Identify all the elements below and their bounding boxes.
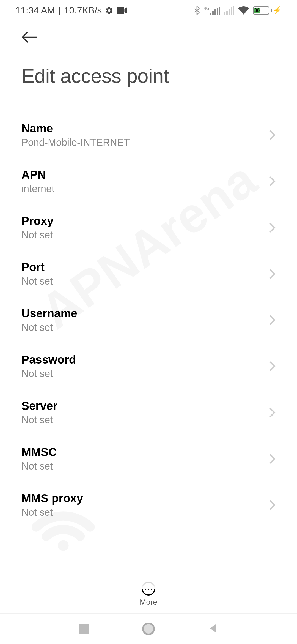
nav-bar: [0, 614, 297, 644]
signal-label-4g: 4G: [204, 6, 210, 11]
chevron-right-icon: [269, 500, 276, 511]
setting-mms-proxy[interactable]: MMS proxy Not set: [21, 482, 276, 528]
battery-percent: 38: [254, 8, 260, 13]
setting-label: MMSC: [21, 446, 57, 459]
signal-bars-2: [224, 6, 234, 15]
setting-label: Server: [21, 399, 57, 413]
square-icon: [79, 624, 89, 634]
chevron-right-icon: [269, 361, 276, 372]
setting-label: Port: [21, 261, 53, 274]
signal-1: 4G: [204, 6, 220, 15]
triangle-icon: [208, 623, 219, 635]
battery-indicator: 38 ⚡: [253, 6, 282, 15]
setting-name[interactable]: Name Pond-Mobile-INTERNET: [21, 112, 276, 158]
chevron-right-icon: [269, 407, 276, 418]
setting-password[interactable]: Password Not set: [21, 343, 276, 389]
chevron-right-icon: [269, 176, 276, 187]
chevron-right-icon: [269, 130, 276, 141]
chevron-right-icon: [269, 453, 276, 464]
nav-back-button[interactable]: [205, 621, 221, 637]
more-label: More: [140, 598, 157, 607]
setting-label: APN: [21, 168, 54, 181]
wifi-icon: [238, 6, 249, 15]
status-left: 11:34 AM | 10.7KB/s: [15, 5, 127, 16]
back-button[interactable]: [21, 29, 38, 45]
setting-value: internet: [21, 183, 54, 195]
setting-label: MMS proxy: [21, 492, 83, 505]
header: Edit access point: [0, 21, 297, 101]
charging-icon: ⚡: [273, 6, 282, 15]
setting-port[interactable]: Port Not set: [21, 251, 276, 297]
setting-label: Proxy: [21, 214, 54, 228]
nav-home-button[interactable]: [140, 621, 157, 637]
svg-point-2: [58, 540, 68, 551]
gear-icon: [105, 6, 113, 15]
setting-label: Username: [21, 307, 77, 320]
setting-server[interactable]: Server Not set: [21, 389, 276, 436]
nav-recents-button[interactable]: [76, 621, 92, 637]
chevron-right-icon: [269, 268, 276, 279]
setting-username[interactable]: Username Not set: [21, 297, 276, 343]
setting-proxy[interactable]: Proxy Not set: [21, 204, 276, 251]
more-icon: [142, 582, 155, 596]
settings-list: APNArena Name Pond-Mobile-INTERNET APN i…: [0, 101, 297, 528]
setting-value: Not set: [21, 322, 77, 333]
bluetooth-icon: [194, 6, 200, 15]
setting-value: Not set: [21, 460, 57, 472]
setting-value: Not set: [21, 368, 76, 380]
setting-value: Pond-Mobile-INTERNET: [21, 137, 130, 148]
status-bar: 11:34 AM | 10.7KB/s 4G: [0, 0, 297, 21]
setting-mmsc[interactable]: MMSC Not set: [21, 436, 276, 482]
status-divider: |: [58, 5, 61, 16]
setting-value: Not set: [21, 414, 57, 426]
camera-icon: [117, 7, 127, 14]
circle-icon: [142, 623, 155, 635]
setting-value: Not set: [21, 275, 53, 287]
svg-rect-0: [117, 7, 124, 14]
setting-label: Password: [21, 353, 76, 366]
setting-label: Name: [21, 122, 130, 135]
chevron-right-icon: [269, 222, 276, 233]
page-title: Edit access point: [21, 65, 276, 87]
setting-apn[interactable]: APN internet: [21, 158, 276, 204]
status-right: 4G 38 ⚡: [194, 6, 282, 15]
chevron-right-icon: [269, 315, 276, 326]
status-time: 11:34 AM: [15, 5, 55, 16]
status-netspeed: 10.7KB/s: [64, 5, 102, 16]
setting-value: Not set: [21, 507, 83, 518]
more-button[interactable]: More: [140, 582, 157, 607]
bottom-bar: More: [0, 576, 297, 614]
setting-value: Not set: [21, 229, 54, 241]
signal-bars-1: [210, 7, 220, 15]
